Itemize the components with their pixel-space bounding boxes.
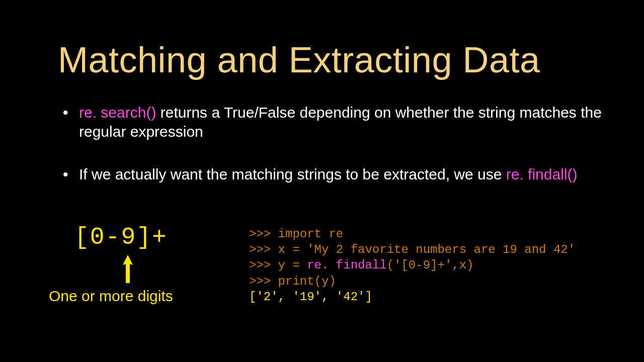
highlight-text: re. search(): [79, 104, 156, 121]
code-line: import re: [278, 227, 344, 241]
prompt: >>>: [249, 258, 278, 272]
arrow-up-icon: [121, 254, 135, 284]
bullet-list: re. search() returns a True/False depend…: [63, 103, 606, 184]
regex-caption: One or more digits: [49, 288, 173, 305]
prompt: >>>: [249, 275, 278, 288]
code-line: x = 'My 2 favorite numbers are 19 and 42…: [278, 243, 576, 256]
bullet-item: re. search() returns a True/False depend…: [63, 103, 606, 142]
highlight-text: re. findall(): [506, 166, 578, 183]
code-block: >>> import re >>> x = 'My 2 favorite num…: [249, 226, 575, 305]
slide: Matching and Extracting Data re. search(…: [0, 0, 644, 362]
regex-pattern: [0-9]+: [74, 224, 168, 251]
bullet-item: If we actually want the matching strings…: [63, 165, 606, 184]
bullet-text: If we actually want the matching strings…: [79, 166, 506, 183]
code-text: y =: [278, 258, 307, 272]
code-output: ['2', '19', '42']: [249, 290, 372, 304]
prompt: >>>: [249, 227, 278, 241]
code-function: re. findall: [307, 258, 386, 272]
prompt: >>>: [249, 243, 278, 256]
slide-title: Matching and Extracting Data: [58, 39, 540, 80]
code-line: print(y): [278, 275, 336, 288]
code-text: ('[0-9]+',x): [387, 258, 474, 272]
bullet-text: returns a True/False depending on whethe…: [79, 104, 602, 140]
